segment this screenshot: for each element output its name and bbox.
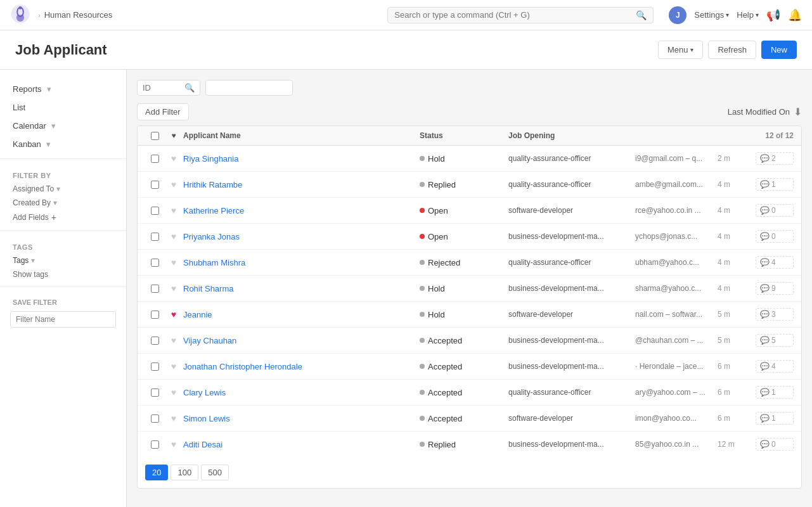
row-select-checkbox[interactable] <box>151 440 159 449</box>
heart-icon[interactable]: ♥ <box>171 231 176 241</box>
row-favorite[interactable]: ♥ <box>164 205 183 215</box>
sort-control[interactable]: Last Modified On ⬇ <box>728 106 802 118</box>
applicant-name[interactable]: Shubham Mishra <box>183 258 420 267</box>
comment-count[interactable]: 💬 0 <box>756 204 794 217</box>
text-input[interactable] <box>211 83 287 93</box>
row-favorite[interactable]: ♥ <box>164 309 183 319</box>
refresh-button[interactable]: Refresh <box>708 41 756 59</box>
row-favorite[interactable]: ♥ <box>164 335 183 345</box>
row-checkbox[interactable] <box>145 155 164 163</box>
comment-count[interactable]: 💬 0 <box>756 438 794 451</box>
table-row[interactable]: ♥ Riya Singhania Hold quality-assurance-… <box>138 146 801 172</box>
row-select-checkbox[interactable] <box>151 311 159 319</box>
table-row[interactable]: ♥ Shubham Mishra Rejected quality-assura… <box>138 250 801 276</box>
row-favorite[interactable]: ♥ <box>164 387 183 397</box>
id-input[interactable] <box>143 83 181 93</box>
comment-count[interactable]: 💬 1 <box>756 386 794 399</box>
row-checkbox[interactable] <box>145 311 164 319</box>
row-favorite[interactable]: ♥ <box>164 413 183 423</box>
menu-button[interactable]: Menu ▾ <box>658 41 704 59</box>
row-select-checkbox[interactable] <box>151 181 159 189</box>
add-filter-button[interactable]: Add Filter <box>137 103 189 120</box>
filter-assigned-to[interactable]: Assigned To ▾ <box>0 182 126 196</box>
page-size-20[interactable]: 20 <box>145 465 168 480</box>
heart-icon[interactable]: ♥ <box>171 387 176 397</box>
sidebar-item-list[interactable]: List <box>0 98 126 117</box>
comment-count[interactable]: 💬 4 <box>756 256 794 269</box>
sidebar-item-calendar[interactable]: Calendar ▾ <box>0 117 126 135</box>
filter-created-by[interactable]: Created By ▾ <box>0 196 126 210</box>
applicant-name[interactable]: Priyanka Jonas <box>183 232 420 241</box>
comment-count[interactable]: 💬 5 <box>756 334 794 347</box>
comment-count[interactable]: 💬 3 <box>756 308 794 321</box>
row-select-checkbox[interactable] <box>151 259 159 267</box>
table-row[interactable]: ♥ Hrithik Ratambe Replied quality-assura… <box>138 172 801 198</box>
heart-icon[interactable]: ♥ <box>171 335 176 345</box>
page-size-100[interactable]: 100 <box>171 465 198 480</box>
row-select-checkbox[interactable] <box>151 233 159 241</box>
comment-count[interactable]: 💬 0 <box>756 230 794 243</box>
row-favorite[interactable]: ♥ <box>164 179 183 189</box>
applicant-name[interactable]: Jeannie <box>183 310 420 319</box>
row-favorite[interactable]: ♥ <box>164 283 183 293</box>
table-row[interactable]: ♥ Katherine Pierce Open software-develop… <box>138 198 801 224</box>
row-favorite[interactable]: ♥ <box>164 231 183 241</box>
row-checkbox[interactable] <box>145 363 164 371</box>
table-row[interactable]: ♥ Jonathan Christopher Herondale Accepte… <box>138 354 801 380</box>
heart-icon[interactable]: ♥ <box>171 179 176 189</box>
notifications-icon[interactable]: 📢 <box>766 8 780 22</box>
heart-icon[interactable]: ♥ <box>171 413 176 423</box>
comment-count[interactable]: 💬 1 <box>756 178 794 191</box>
heart-icon[interactable]: ♥ <box>171 283 176 293</box>
comment-count[interactable]: 💬 2 <box>756 152 794 165</box>
heart-icon[interactable]: ♥ <box>171 153 176 164</box>
row-checkbox[interactable] <box>145 259 164 267</box>
row-select-checkbox[interactable] <box>151 363 159 371</box>
applicant-name[interactable]: Jonathan Christopher Herondale <box>183 362 420 371</box>
sidebar-item-kanban[interactable]: Kanban ▾ <box>0 135 126 153</box>
table-row[interactable]: ♥ Jeannie Hold software-developer nail.c… <box>138 302 801 328</box>
row-favorite[interactable]: ♥ <box>164 257 183 267</box>
row-checkbox[interactable] <box>145 207 164 215</box>
filter-name-input[interactable] <box>10 311 116 328</box>
table-row[interactable]: ♥ Priyanka Jonas Open business-developme… <box>138 224 801 250</box>
applicant-name[interactable]: Clary Lewis <box>183 388 420 397</box>
applicant-name[interactable]: Katherine Pierce <box>183 206 420 215</box>
applicant-name[interactable]: Simon Lewis <box>183 414 420 423</box>
applicant-name[interactable]: Vijay Chauhan <box>183 336 420 345</box>
search-input[interactable] <box>394 10 636 20</box>
sidebar-item-reports[interactable]: Reports ▾ <box>0 80 126 98</box>
row-select-checkbox[interactable] <box>151 207 159 215</box>
select-all-checkbox[interactable] <box>151 132 159 140</box>
page-size-500[interactable]: 500 <box>201 465 229 480</box>
applicant-name[interactable]: Aditi Desai <box>183 440 420 449</box>
heart-icon[interactable]: ♥ <box>171 361 176 371</box>
row-checkbox[interactable] <box>145 440 164 449</box>
table-row[interactable]: ♥ Rohit Sharma Hold business-development… <box>138 276 801 302</box>
row-favorite[interactable]: ♥ <box>164 361 183 371</box>
row-checkbox[interactable] <box>145 233 164 241</box>
table-row[interactable]: ♥ Vijay Chauhan Accepted business-develo… <box>138 328 801 354</box>
row-select-checkbox[interactable] <box>151 155 159 163</box>
text-filter[interactable] <box>205 80 293 96</box>
table-row[interactable]: ♥ Aditi Desai Replied business-developme… <box>138 432 801 457</box>
row-checkbox[interactable] <box>145 414 164 423</box>
user-avatar[interactable]: J <box>669 6 686 24</box>
table-row[interactable]: ♥ Simon Lewis Accepted software-develope… <box>138 406 801 432</box>
tags-filter[interactable]: Tags ▾ <box>0 254 126 267</box>
applicant-name[interactable]: Rohit Sharma <box>183 284 420 293</box>
row-favorite[interactable]: ♥ <box>164 439 183 449</box>
row-select-checkbox[interactable] <box>151 414 159 423</box>
comment-count[interactable]: 💬 4 <box>756 360 794 373</box>
heart-icon[interactable]: ♥ <box>171 439 176 449</box>
heart-icon[interactable]: ♥ <box>171 205 176 215</box>
row-checkbox[interactable] <box>145 388 164 397</box>
header-checkbox[interactable] <box>145 132 164 140</box>
applicant-name[interactable]: Riya Singhania <box>183 154 420 164</box>
new-button[interactable]: New <box>761 41 797 59</box>
row-select-checkbox[interactable] <box>151 388 159 397</box>
bell-icon[interactable]: 🔔 <box>788 8 802 22</box>
app-name[interactable]: Human Resources <box>44 10 113 20</box>
show-tags-link[interactable]: Show tags <box>0 267 126 281</box>
add-fields-button[interactable]: Add Fields + <box>0 210 126 225</box>
